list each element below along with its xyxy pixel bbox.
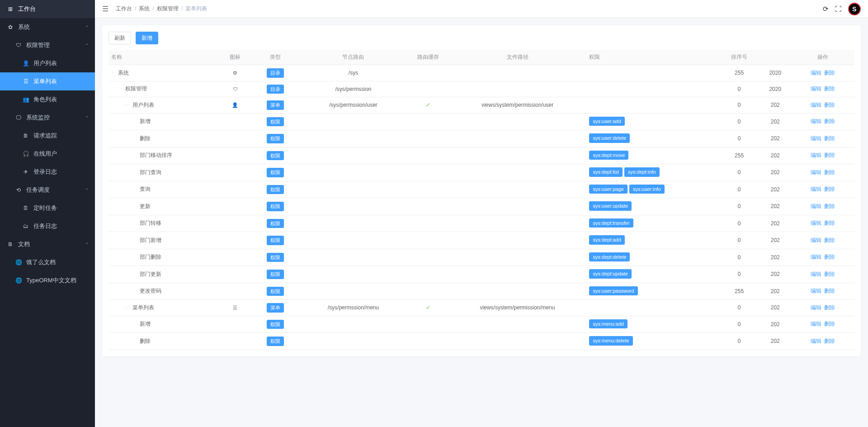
refresh-icon[interactable]: ⟳ (823, 5, 829, 13)
row-icon: 👤 (218, 97, 252, 114)
sidebar-item[interactable]: 🌐饿了么文档 (0, 253, 95, 271)
edit-button[interactable]: 编辑 (811, 69, 821, 77)
delete-button[interactable]: 删除 (824, 185, 835, 193)
type-tag: 权限 (267, 270, 284, 279)
tree-caret-icon[interactable]: ﹀ (126, 305, 130, 311)
row-sort: 255 (719, 147, 760, 164)
edit-button[interactable]: 编辑 (811, 270, 821, 278)
delete-button[interactable]: 删除 (824, 287, 835, 295)
row-perm: sys:menu:add (586, 316, 719, 333)
edit-button[interactable]: 编辑 (811, 152, 821, 159)
edit-button[interactable]: 编辑 (811, 169, 821, 176)
sidebar-item-icon: ⟲ (15, 187, 22, 193)
sidebar-item-icon: ✿ (7, 24, 14, 30)
sidebar-item[interactable]: ✿系统⌃ (0, 18, 95, 36)
edit-button[interactable]: 编辑 (811, 135, 821, 142)
delete-button[interactable]: 删除 (824, 320, 835, 328)
delete-button[interactable]: 删除 (824, 169, 835, 176)
perm-tag: sys:menu:add (589, 319, 627, 329)
table-row: 部门更新权限sys:dept:update0202编辑删除 (108, 266, 854, 283)
sidebar-item-label: 菜单列表 (33, 77, 57, 85)
edit-button[interactable]: 编辑 (811, 253, 821, 261)
edit-button[interactable]: 编辑 (811, 320, 821, 328)
edit-button[interactable]: 编辑 (811, 237, 821, 244)
delete-button[interactable]: 删除 (824, 219, 835, 227)
sidebar-item[interactable]: 🗂任务日志 (0, 217, 95, 235)
sidebar-item[interactable]: 🖵系统监控⌃ (0, 109, 95, 127)
delete-button[interactable]: 删除 (824, 270, 835, 278)
row-cache (408, 81, 448, 97)
breadcrumb-item[interactable]: 工作台 (116, 5, 132, 12)
th-file: 文件路径 (448, 50, 587, 65)
sidebar-item[interactable]: 🛡权限管理⌃ (0, 36, 95, 54)
delete-button[interactable]: 删除 (824, 337, 835, 345)
row-sort: 0 (719, 81, 760, 97)
delete-button[interactable]: 删除 (824, 101, 835, 109)
edit-button[interactable]: 编辑 (811, 101, 821, 109)
sidebar-item[interactable]: ☰菜单列表 (0, 72, 95, 90)
delete-button[interactable]: 删除 (824, 69, 835, 77)
edit-button[interactable]: 编辑 (811, 185, 821, 193)
delete-button[interactable]: 删除 (824, 203, 835, 210)
type-tag: 目录 (267, 85, 284, 94)
delete-button[interactable]: 删除 (824, 85, 835, 93)
table-row: ﹀用户列表👤菜单/sys/permssion/user✓views/system… (108, 97, 854, 114)
row-sort: 0 (719, 181, 760, 198)
row-route (298, 130, 408, 147)
type-tag: 权限 (267, 151, 284, 161)
hamburger-icon[interactable]: ☰ (102, 5, 108, 13)
edit-button[interactable]: 编辑 (811, 219, 821, 227)
row-route (298, 198, 408, 215)
refresh-button[interactable]: 刷新 (108, 32, 131, 44)
row-icon (218, 316, 252, 333)
delete-button[interactable]: 删除 (824, 152, 835, 159)
row-route (298, 232, 408, 249)
tree-caret-icon[interactable]: ﹀ (118, 86, 123, 92)
delete-button[interactable]: 删除 (824, 237, 835, 244)
row-time: 202 (760, 97, 791, 114)
breadcrumb: 工作台/系统/权限管理/菜单列表 (116, 5, 823, 13)
th-perm: 权限 (586, 50, 719, 65)
row-icon (218, 333, 252, 350)
delete-button[interactable]: 删除 (824, 253, 835, 261)
row-sort: 0 (719, 333, 760, 350)
tree-caret-icon[interactable]: ﹀ (126, 102, 130, 108)
breadcrumb-item[interactable]: 系统 (139, 5, 150, 12)
edit-button[interactable]: 编辑 (811, 85, 821, 93)
sidebar-item-icon: ✈ (23, 169, 29, 175)
fullscreen-icon[interactable]: ⛶ (835, 5, 842, 13)
edit-button[interactable]: 编辑 (811, 337, 821, 345)
edit-button[interactable]: 编辑 (811, 203, 821, 210)
sidebar-item[interactable]: 🗎请求追踪 (0, 127, 95, 145)
check-icon: ✓ (426, 304, 430, 311)
edit-button[interactable]: 编辑 (811, 287, 821, 295)
tree-caret-icon[interactable]: ﹀ (111, 70, 115, 76)
row-route (298, 164, 408, 181)
breadcrumb-item[interactable]: 权限管理 (157, 5, 179, 12)
row-name: 新增 (140, 118, 151, 125)
delete-button[interactable]: 删除 (824, 118, 835, 125)
sidebar-item[interactable]: ⟲任务调度⌃ (0, 181, 95, 199)
sidebar-item[interactable]: 👤用户列表 (0, 54, 95, 72)
row-file (448, 81, 587, 97)
table-row: 删除权限sys:menu:delete0202编辑删除 (108, 333, 854, 350)
sidebar-item[interactable]: ✈登录日志 (0, 163, 95, 181)
sidebar-item[interactable]: 🎧在线用户 (0, 145, 95, 163)
delete-button[interactable]: 删除 (824, 304, 835, 312)
sidebar-item[interactable]: 🌐TypeORM中文文档 (0, 271, 95, 289)
sidebar-item[interactable]: 🗎文档⌃ (0, 235, 95, 253)
add-button[interactable]: 新增 (136, 32, 158, 44)
avatar[interactable]: S ▾ (848, 3, 861, 15)
edit-button[interactable]: 编辑 (811, 118, 821, 125)
sidebar-item[interactable]: 👥角色列表 (0, 90, 95, 109)
sidebar-item[interactable]: ⊞工作台 (0, 0, 95, 18)
edit-button[interactable]: 编辑 (811, 304, 821, 312)
delete-button[interactable]: 删除 (824, 135, 835, 142)
th-cache: 路由缓存 (408, 50, 448, 65)
sidebar-item[interactable]: 🗓定时任务 (0, 199, 95, 217)
row-name: 更改密码 (140, 287, 161, 295)
row-sort: 0 (719, 316, 760, 333)
row-route (298, 113, 408, 130)
th-op: 操作 (791, 50, 854, 65)
row-time: 2020 (760, 81, 791, 97)
